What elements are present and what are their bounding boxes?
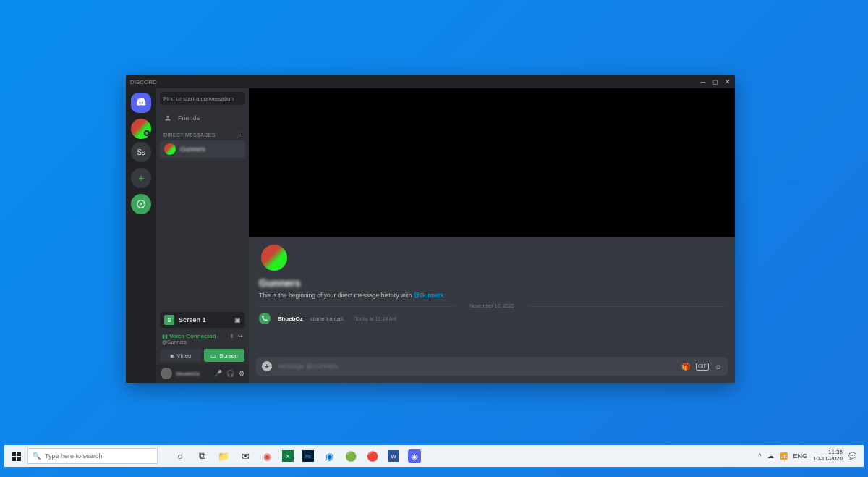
server-avatar-2[interactable]: Ss	[131, 142, 151, 162]
search-placeholder: Find or start a conversation	[163, 96, 234, 102]
search-input[interactable]: Find or start a conversation	[160, 92, 245, 105]
phone-icon	[259, 313, 271, 324]
channel-avatar	[259, 242, 289, 273]
window-close-icon[interactable]: ✕	[725, 78, 731, 85]
dm-avatar	[164, 143, 176, 155]
stop-stream-icon[interactable]: ▣	[234, 316, 241, 324]
dm-item-selected[interactable]: Gunners	[160, 140, 245, 158]
search-icon: 🔍	[33, 452, 41, 460]
camera-icon: ■	[170, 353, 174, 359]
signal-icon: ▮▮	[162, 334, 168, 339]
discord-taskbar-icon[interactable]: ◈	[408, 449, 421, 463]
channel-name: Gunners	[259, 277, 725, 289]
msg-time: Today at 11:24 AM	[354, 316, 396, 321]
excel-icon[interactable]: X	[282, 450, 294, 462]
app-icon-2[interactable]: 🔴	[366, 449, 379, 463]
chat-main: Gunners This is the beginning of your di…	[249, 88, 735, 383]
online-status-icon	[144, 130, 150, 136]
date-divider: November 10, 2020	[259, 303, 725, 308]
screen-thumb-icon: S	[164, 315, 174, 325]
dm-sidebar: Find or start a conversation Friends DIR…	[156, 88, 249, 383]
disconnect-call-icon[interactable]: ↪	[238, 333, 243, 340]
taskbar-search[interactable]: 🔍 Type here to search	[27, 448, 158, 464]
notifications-icon[interactable]: 💬	[848, 452, 856, 460]
voice-channel: @Gunners	[162, 339, 243, 345]
window-maximize-icon[interactable]: ◻	[712, 78, 718, 85]
word-icon[interactable]: W	[388, 450, 399, 462]
server-rail: Ss +	[126, 88, 156, 383]
settings-gear-icon[interactable]: ⚙	[239, 370, 244, 377]
screen-share-button[interactable]: ▭ Screen	[204, 349, 244, 362]
video-button[interactable]: ■ Video	[161, 349, 201, 362]
discord-logo-icon	[135, 97, 147, 109]
add-server-button[interactable]: +	[131, 168, 151, 188]
msg-action: started a call.	[310, 316, 345, 322]
windows-logo-icon	[12, 452, 21, 461]
friends-icon	[163, 114, 172, 122]
screen-icon: ▭	[210, 353, 216, 359]
dm-header: DIRECT MESSAGES +	[156, 127, 249, 140]
tray-wifi-icon[interactable]: 📶	[780, 452, 788, 460]
chat-scroll[interactable]: Gunners This is the beginning of your di…	[249, 237, 735, 357]
tray-cloud-icon[interactable]: ☁	[767, 452, 774, 460]
composer-placeholder: Message @Gunners	[278, 363, 676, 370]
screenshare-tile[interactable]: S Screen 1 ▣	[160, 312, 245, 328]
taskbar-search-placeholder: Type here to search	[45, 452, 103, 460]
explore-servers-button[interactable]	[131, 194, 151, 214]
task-view-icon[interactable]: ⧉	[195, 449, 208, 463]
chrome-icon[interactable]: ◉	[260, 449, 273, 463]
deafen-icon[interactable]: 🎧	[226, 370, 234, 377]
app-icon-1[interactable]: 🟢	[344, 449, 357, 463]
file-explorer-icon[interactable]: 📁	[217, 449, 230, 463]
dm-name: Gunners	[180, 145, 205, 153]
msg-author: ShoebOz	[278, 316, 303, 322]
compass-icon	[136, 199, 146, 209]
message-composer[interactable]: + Message @Gunners 🎁 GIF ☺	[256, 357, 728, 376]
friends-button[interactable]: Friends	[156, 109, 249, 127]
taskbar-clock[interactable]: 11:35 10-11-2020	[813, 449, 843, 463]
noise-suppression-icon[interactable]: ⫴	[231, 333, 234, 340]
gift-icon[interactable]: 🎁	[681, 363, 690, 371]
voice-status-panel: ▮▮ Voice Connected ⫴ ↪ @Gunners	[156, 331, 249, 347]
system-message: ShoebOz started a call. Today at 11:24 A…	[259, 313, 725, 324]
discord-window: DISCORD ─ ◻ ✕ Ss +	[126, 75, 735, 383]
emoji-icon[interactable]: ☺	[715, 363, 722, 371]
gif-button[interactable]: GIF	[696, 363, 709, 371]
tray-chevron-icon[interactable]: ^	[758, 452, 761, 460]
user-area: ShoebOz 🎤 🎧 ⚙	[156, 364, 249, 383]
photoshop-icon[interactable]: Ps	[302, 450, 314, 462]
window-titlebar[interactable]: DISCORD ─ ◻ ✕	[126, 75, 735, 88]
cortana-icon[interactable]: ○	[174, 449, 187, 463]
discord-home-button[interactable]	[131, 93, 151, 113]
video-call-area[interactable]	[249, 88, 735, 237]
welcome-text: This is the beginning of your direct mes…	[259, 292, 725, 299]
user-avatar[interactable]	[161, 368, 172, 379]
attach-icon[interactable]: +	[262, 361, 272, 371]
window-minimize-icon[interactable]: ─	[701, 78, 705, 85]
mail-icon[interactable]: ✉	[239, 449, 252, 463]
windows-taskbar: 🔍 Type here to search ○ ⧉ 📁 ✉ ◉ X Ps ◉ 🟢…	[4, 445, 864, 467]
system-tray: ^ ☁ 📶 ENG 11:35 10-11-2020 💬	[758, 449, 861, 463]
friends-label: Friends	[178, 114, 200, 122]
voice-status: Voice Connected	[169, 333, 216, 339]
create-dm-button[interactable]: +	[237, 130, 242, 139]
mention[interactable]: @Gunners	[414, 292, 443, 299]
start-button[interactable]	[7, 452, 25, 461]
mute-mic-icon[interactable]: 🎤	[214, 370, 222, 377]
edge-icon[interactable]: ◉	[323, 449, 336, 463]
username: ShoebOz	[176, 371, 210, 377]
server-avatar-1[interactable]	[131, 119, 151, 139]
window-title: DISCORD	[130, 79, 157, 85]
tray-language[interactable]: ENG	[793, 452, 808, 460]
screenshare-label: Screen 1	[179, 316, 230, 324]
